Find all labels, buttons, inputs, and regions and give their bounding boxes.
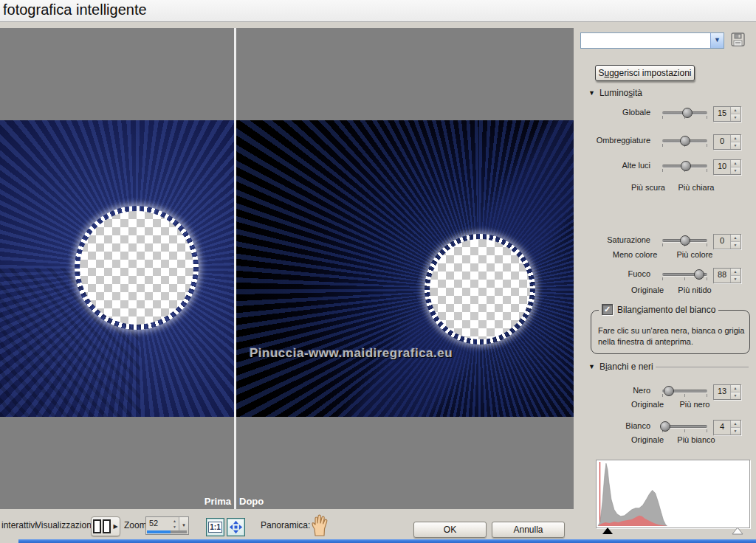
zoom-value[interactable]: 52 [149,519,158,528]
pan-tool-button[interactable] [310,514,330,540]
white-balance-desc-line2: nella finestra di anteprima. [598,337,693,346]
white-balance-checkbox[interactable]: ✓ [602,304,613,315]
spin-up-icon[interactable]: ▲ [731,421,740,428]
spin-up-icon[interactable]: ▲ [731,385,740,392]
luminosita-scale-left: Più scura [625,183,672,192]
luminosita-scale-right: Più chiara [672,183,721,192]
dialog-title: fotografica intelligente [3,1,147,18]
globale-slider[interactable] [662,111,707,114]
fuoco-slider[interactable] [662,273,707,276]
white-balance-label[interactable]: Bilanciamento del bianco [617,305,715,315]
collapse-triangle-icon[interactable]: ▼ [588,363,595,370]
fuoco-slider-thumb[interactable] [694,269,704,280]
section-luminosita-label: Luminosità [599,88,642,98]
dialog-titlebar: fotografica intelligente [0,0,756,22]
bianco-slider-thumb[interactable] [660,421,670,432]
bianco-slider[interactable] [662,425,707,428]
fuoco-value[interactable]: 88 [714,269,730,283]
globale-slider-thumb[interactable] [682,108,693,118]
spin-up-icon[interactable]: ▲ [731,135,740,142]
preset-combobox[interactable]: ▼ [580,32,724,49]
bianco-label: Bianco [580,421,650,430]
one-to-one-icon: 1:1 [208,522,221,533]
slider-row-globale: Globale 15 ▲▼ [580,106,749,121]
spin-down-icon[interactable]: ▼ [731,428,740,435]
section-bianchi-neri-label: Bianchi e neri [599,362,653,372]
hand-icon [310,514,330,537]
cancel-button[interactable]: Annulla [492,522,565,538]
collapse-triangle-icon[interactable]: ▼ [588,89,595,97]
histogram-black-marker[interactable] [602,527,614,535]
after-preview-pane[interactable]: Pinuccia-www.maidiregrafica.eu [236,120,574,417]
suggest-label-rest: ggerisci impostazioni [609,68,691,78]
preset-combo-arrow-icon[interactable]: ▼ [710,33,724,48]
bianco-spinbox[interactable]: 4 ▲▼ [713,420,741,435]
nero-slider[interactable] [662,390,707,392]
alteluci-slider[interactable] [662,165,707,167]
bianco-scale-right: Più bianco [670,435,723,444]
saturazione-value[interactable]: 0 [714,235,730,249]
spin-up-icon[interactable]: ▲ [731,107,740,114]
alteluci-label: Alte luci [580,161,650,170]
fuoco-scale-left: Originale [624,286,671,294]
preview-area: Pinuccia-www.maidiregrafica.eu Prima Dop… [0,28,574,509]
ombreggiature-slider[interactable] [662,139,707,142]
ombreggiature-value[interactable]: 0 [714,135,730,149]
saturazione-slider-thumb[interactable] [680,235,690,246]
spin-up-icon[interactable]: ▲ [731,160,740,167]
spin-down-icon[interactable]: ▼ [731,242,740,249]
alteluci-value[interactable]: 10 [714,160,730,174]
after-transparency-checker-circle [430,239,530,339]
save-preset-button[interactable] [731,32,745,49]
spin-up-icon[interactable]: ▲ [731,269,740,276]
white-balance-toggle[interactable]: ✓ Bilanciamento del bianco [599,304,718,315]
panoramica-label: Panoramica: [261,520,310,530]
nero-spinbox[interactable]: 13 ▲▼ [713,384,741,400]
slider-row-saturazione: Saturazione 0 ▲▼ [580,234,749,249]
before-transparency-checker-circle [80,211,193,325]
spin-down-icon[interactable]: ▼ [731,392,740,399]
section-bianchi-neri-header[interactable]: ▼ Bianchi e neri [588,362,653,372]
suggest-settings-button[interactable]: Suggerisci impostazioni [595,65,695,81]
spin-down-icon[interactable]: ▼ [731,142,740,149]
saturazione-label: Saturazione [580,235,650,244]
check-icon: ✓ [604,305,611,314]
ok-button[interactable]: OK [413,522,487,538]
histogram-red-line [599,462,600,526]
view-layout-button[interactable]: ▶ [91,516,120,536]
actual-size-button[interactable]: 1:1 [206,518,224,536]
ombreggiature-label: Ombreggiature [580,136,650,145]
ombreggiature-slider-thumb[interactable] [680,136,690,146]
zoom-spin-up-icon[interactable]: ▲ [171,518,179,524]
section-luminosita-header[interactable]: ▼ Luminosità [588,88,642,98]
saturazione-spinbox[interactable]: 0 ▲▼ [713,234,741,249]
slider-row-ombreggiature: Ombreggiature 0 ▲▼ [580,134,749,149]
zoom-spin-down-icon[interactable]: ▼ [171,524,179,530]
fuoco-scale-right: Più nitido [671,286,718,294]
spin-down-icon[interactable]: ▼ [731,276,740,283]
globale-value[interactable]: 15 [714,107,730,121]
smart-photo-fix-dialog: fotografica intelligente Pinuccia-www.ma… [0,0,756,543]
pane-icon [93,519,101,533]
globale-spinbox[interactable]: 15 ▲▼ [713,106,741,122]
ombreggiature-spinbox[interactable]: 0 ▲▼ [713,134,741,150]
alteluci-spinbox[interactable]: 10 ▲▼ [713,159,741,175]
nero-scale-left: Originale [624,400,671,409]
fuoco-spinbox[interactable]: 88 ▲▼ [713,268,741,283]
bianco-scale-left: Originale [624,435,671,444]
nero-value[interactable]: 13 [714,385,730,399]
spin-down-icon[interactable]: ▼ [731,167,740,174]
bianco-value[interactable]: 4 [714,421,730,435]
preset-combo-value[interactable] [581,33,710,48]
histogram-white-marker[interactable] [732,527,743,535]
spin-up-icon[interactable]: ▲ [731,235,740,242]
bottom-accent-bar [18,539,756,543]
fit-navigate-button[interactable] [227,518,245,536]
spin-down-icon[interactable]: ▼ [731,114,740,121]
saturazione-scale-right: Più colore [668,250,721,259]
pane-divider [234,28,236,509]
saturazione-slider[interactable] [662,239,707,242]
white-balance-group: ✓ Bilanciamento del bianco Fare clic su … [591,310,750,354]
before-preview-pane[interactable] [0,120,234,417]
zoom-control[interactable]: 52 ▲▼ ▼ [145,516,189,535]
